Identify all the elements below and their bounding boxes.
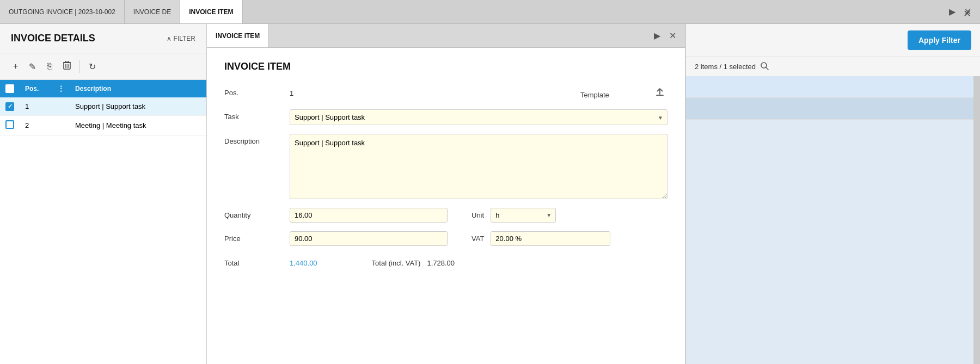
edit-button[interactable]: ✎: [24, 58, 40, 75]
unit-select[interactable]: h d pcs: [491, 208, 556, 223]
toolbar-separator: [79, 60, 80, 73]
overlay-tab-invoice-item[interactable]: INVOICE ITEM: [207, 24, 269, 47]
col-header-pos: Pos.: [20, 80, 52, 97]
filter-toggle[interactable]: ∧ FILTER: [167, 35, 195, 42]
price-input[interactable]: [290, 231, 448, 246]
left-panel-title: INVOICE DETAILS: [11, 33, 160, 44]
overlay-content: INVOICE ITEM Pos. 1 Template: [207, 48, 685, 364]
right-list-row-1: [686, 76, 980, 98]
invoice-details-table: Pos. ⋮ Description: [0, 80, 206, 135]
total-incl-label: Total (incl. VAT): [372, 259, 421, 267]
overlay-form-title: INVOICE ITEM: [224, 61, 667, 72]
overlay-tab-label: INVOICE ITEM: [216, 32, 260, 40]
row-check-2[interactable]: [0, 115, 20, 135]
right-panel-header: Apply Filter: [686, 24, 980, 57]
items-info-bar: 2 items / 1 selected: [686, 57, 980, 76]
right-content-area: [686, 76, 980, 364]
filter-chevron: ∧: [167, 35, 171, 42]
table-row[interactable]: 1 Support | Support task: [0, 97, 206, 115]
svg-rect-5: [656, 95, 664, 96]
row-pos-2: 2: [20, 115, 52, 135]
right-list-row-2: [686, 98, 980, 120]
main-tab-bar: OUTGOING INVOICE | 2023-10-002 INVOICE D…: [0, 0, 980, 24]
left-panel: INVOICE DETAILS ∧ FILTER + ✎ ⎘: [0, 24, 207, 364]
svg-line-8: [766, 67, 768, 70]
search-button[interactable]: [760, 61, 769, 72]
row-dots-1: [52, 97, 70, 115]
checkbox-checked[interactable]: [5, 102, 14, 111]
tab-play-button[interactable]: ▶: [947, 4, 958, 19]
header-checkbox[interactable]: [5, 84, 14, 93]
description-label: Description: [224, 134, 290, 145]
overlay-tab-bar: INVOICE ITEM ▶ ✕: [207, 24, 685, 48]
refresh-button[interactable]: ↻: [84, 58, 100, 75]
items-count: 2 items / 1 selected: [695, 63, 756, 71]
pos-value: 1: [290, 89, 428, 97]
overlay-play-button[interactable]: ▶: [652, 28, 663, 43]
pos-template-row: Pos. 1 Template: [224, 85, 667, 101]
table-toolbar: + ✎ ⎘ ↻: [0, 53, 206, 80]
description-row: Description Support | Support task: [224, 134, 667, 199]
vat-label: VAT: [471, 235, 484, 243]
row-desc-2: Meeting | Meeting task: [70, 115, 206, 135]
total-value: 1,440.00: [290, 259, 317, 267]
quantity-input[interactable]: [290, 208, 448, 223]
tab-invoice-item[interactable]: INVOICE ITEM: [180, 0, 242, 23]
price-label: Price: [224, 231, 290, 243]
total-incl-value: 1,728.00: [427, 259, 455, 267]
unit-select-wrapper: h d pcs: [491, 208, 556, 223]
invoice-item-panel: INVOICE ITEM ▶ ✕ INVOICE ITEM Pos. 1 Tem…: [207, 24, 686, 364]
overlay-close-button[interactable]: ✕: [667, 28, 678, 43]
task-select[interactable]: Support | Support task Meeting | Meeting…: [290, 109, 667, 125]
quantity-unit-row: Quantity Unit h d pcs: [224, 208, 667, 223]
app-close-button[interactable]: ✕: [961, 5, 973, 22]
task-dropdown-wrapper: Support | Support task Meeting | Meeting…: [290, 109, 667, 125]
col-header-check: [0, 80, 20, 97]
tab-outgoing-label: OUTGOING INVOICE | 2023-10-002: [9, 8, 115, 16]
template-label: Template: [580, 88, 646, 99]
unit-label: Unit: [471, 211, 484, 219]
total-row: Total 1,440.00 Total (incl. VAT) 1,728.0…: [224, 255, 667, 272]
price-vat-row: Price VAT: [224, 231, 667, 246]
left-panel-header: INVOICE DETAILS ∧ FILTER: [0, 24, 206, 53]
row-pos-1: 1: [20, 97, 52, 115]
checkbox-unchecked[interactable]: [5, 120, 14, 129]
overlay-tab-actions: ▶ ✕: [645, 28, 685, 43]
tab-invoice-de[interactable]: INVOICE DE: [125, 0, 180, 23]
col-header-dots: ⋮: [52, 80, 70, 97]
right-scrollbar[interactable]: [973, 76, 980, 364]
invoice-details-table-container: Pos. ⋮ Description: [0, 80, 206, 364]
tab-invoice-de-label: INVOICE DE: [133, 8, 171, 16]
total-label: Total: [224, 259, 290, 267]
total-incl-section: Total (incl. VAT) 1,728.00: [372, 259, 455, 267]
delete-button[interactable]: [59, 58, 75, 75]
row-dots-2: [52, 115, 70, 135]
pos-label: Pos.: [224, 85, 290, 97]
tab-outgoing-invoice[interactable]: OUTGOING INVOICE | 2023-10-002: [0, 0, 125, 23]
svg-rect-4: [65, 61, 69, 63]
add-button[interactable]: +: [9, 58, 22, 75]
task-label: Task: [224, 109, 290, 121]
filter-label: FILTER: [174, 35, 195, 42]
svg-rect-6: [659, 89, 660, 95]
copy-button[interactable]: ⎘: [42, 58, 57, 75]
table-row[interactable]: 2 Meeting | Meeting task: [0, 115, 206, 135]
svg-rect-0: [64, 63, 70, 69]
template-upload-button[interactable]: [652, 85, 667, 101]
quantity-label: Quantity: [224, 208, 290, 219]
right-panel: Apply Filter 2 items / 1 selected: [686, 24, 980, 364]
row-desc-1: Support | Support task: [70, 97, 206, 115]
description-textarea[interactable]: Support | Support task: [290, 134, 667, 199]
table-header-row: Pos. ⋮ Description: [0, 80, 206, 97]
apply-filter-button[interactable]: Apply Filter: [908, 30, 971, 50]
col-header-desc: Description: [70, 80, 206, 97]
row-check-1[interactable]: [0, 97, 20, 115]
vat-input[interactable]: [491, 231, 610, 246]
tab-invoice-item-label: INVOICE ITEM: [189, 8, 233, 16]
task-row: Task Support | Support task Meeting | Me…: [224, 109, 667, 125]
